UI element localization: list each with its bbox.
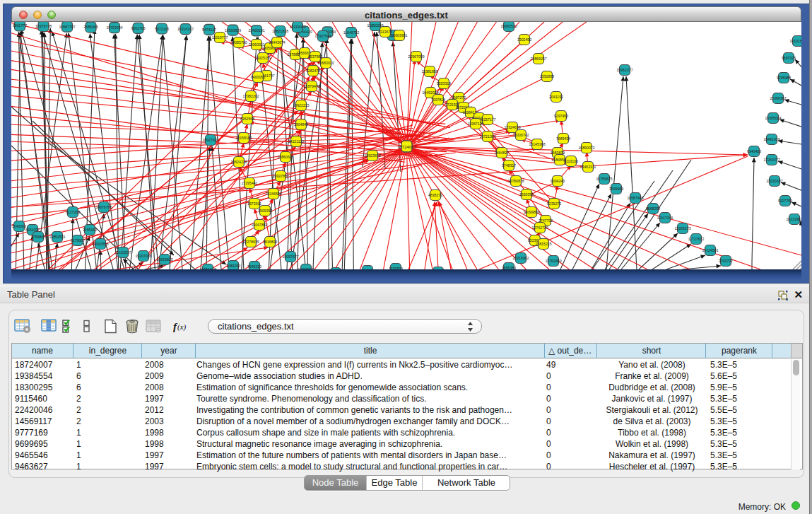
svg-text:8400050: 8400050	[251, 75, 265, 79]
svg-text:15097677: 15097677	[282, 255, 298, 259]
svg-text:10336742: 10336742	[512, 133, 529, 137]
svg-text:11727672: 11727672	[688, 237, 705, 241]
svg-text:22030187: 22030187	[766, 179, 782, 183]
svg-text:9464827: 9464827	[495, 151, 509, 155]
svg-text:13721364: 13721364	[479, 134, 495, 139]
svg-text:19124501: 19124501	[702, 248, 718, 252]
svg-text:13763469: 13763469	[545, 259, 561, 263]
svg-text:15624228: 15624228	[230, 160, 247, 164]
svg-text:18922215: 18922215	[293, 103, 309, 107]
svg-text:5235273: 5235273	[547, 201, 561, 206]
svg-text:14676765: 14676765	[95, 205, 112, 209]
svg-text:16316317: 16316317	[177, 27, 194, 31]
svg-text:3703737: 3703737	[719, 259, 733, 263]
svg-text:22815215: 22815215	[535, 242, 551, 246]
svg-text:14920656: 14920656	[92, 242, 108, 246]
svg-text:1904843: 1904843	[294, 122, 308, 127]
svg-text:3748317: 3748317	[502, 163, 516, 168]
svg-text:15962377: 15962377	[616, 68, 632, 72]
svg-text:21879478: 21879478	[303, 84, 319, 88]
svg-text:11019777: 11019777	[212, 35, 228, 40]
svg-text:6340453: 6340453	[747, 149, 761, 153]
svg-text:11646752: 11646752	[343, 30, 360, 35]
svg-text:10587445: 10587445	[627, 196, 643, 200]
svg-text:9295988: 9295988	[777, 76, 791, 80]
svg-text:1650395: 1650395	[519, 192, 534, 197]
svg-text:19099899: 19099899	[523, 210, 539, 214]
svg-text:6113103: 6113103	[564, 159, 578, 163]
svg-text:16927431: 16927431	[202, 138, 218, 142]
svg-text:3089290: 3089290	[226, 264, 240, 268]
svg-text:6537982: 6537982	[308, 54, 322, 59]
svg-text:22567099: 22567099	[408, 54, 424, 59]
svg-text:18724007: 18724007	[397, 145, 416, 149]
svg-text:14221125: 14221125	[288, 139, 305, 144]
svg-text:19325159: 19325159	[254, 56, 271, 60]
svg-text:1909393: 1909393	[258, 209, 272, 213]
svg-text:16633825: 16633825	[156, 257, 172, 262]
svg-text:22869257: 22869257	[530, 57, 546, 61]
svg-text:4838272: 4838272	[428, 193, 442, 197]
svg-text:10213961: 10213961	[786, 217, 801, 221]
svg-text:18491919: 18491919	[763, 137, 779, 141]
svg-text:7689434: 7689434	[556, 136, 570, 141]
svg-text:17295441: 17295441	[241, 181, 257, 185]
svg-text:15145368: 15145368	[529, 142, 545, 146]
svg-text:16603951: 16603951	[391, 33, 407, 37]
svg-text:19937852: 19937852	[272, 174, 288, 178]
svg-text:6127293: 6127293	[66, 210, 80, 214]
svg-text:12278635: 12278635	[242, 240, 259, 244]
svg-text:16590839: 16590839	[225, 28, 241, 33]
svg-text:10305024: 10305024	[765, 116, 781, 120]
svg-text:20860625: 20860625	[277, 155, 293, 159]
svg-text:9697025: 9697025	[782, 56, 796, 60]
svg-text:3155162: 3155162	[83, 228, 97, 232]
svg-text:12324639: 12324639	[504, 125, 520, 129]
svg-text:16587707: 16587707	[59, 25, 75, 29]
svg-text:10158189: 10158189	[235, 136, 252, 140]
svg-text:9027759: 9027759	[778, 199, 792, 203]
svg-text:5282478: 5282478	[306, 69, 320, 73]
svg-text:23463311: 23463311	[580, 165, 596, 169]
svg-text:2685049: 2685049	[83, 25, 98, 29]
svg-text:23443674: 23443674	[269, 40, 285, 45]
svg-text:17382262: 17382262	[242, 94, 259, 98]
svg-text:8313676: 8313676	[378, 30, 392, 34]
svg-text:8362568: 8362568	[240, 117, 254, 121]
svg-text:16780878: 16780878	[507, 179, 524, 183]
svg-text:3302450: 3302450	[517, 37, 531, 42]
svg-text:12102537: 12102537	[114, 250, 131, 255]
svg-text:3816809: 3816809	[263, 240, 277, 244]
svg-text:1973911: 1973911	[247, 201, 261, 206]
svg-text:15319043: 15319043	[289, 25, 305, 29]
svg-text:5474117: 5474117	[202, 28, 216, 32]
svg-text:16683010: 16683010	[317, 61, 334, 65]
svg-text:11967125: 11967125	[468, 122, 484, 126]
svg-text:2041193: 2041193	[549, 95, 563, 99]
svg-text:20316962: 20316962	[512, 256, 529, 260]
svg-text:17937544: 17937544	[314, 34, 331, 38]
svg-text:9297450: 9297450	[554, 114, 568, 118]
svg-text:7097814: 7097814	[431, 98, 445, 102]
svg-text:18821828: 18821828	[272, 29, 288, 33]
svg-text:14047882: 14047882	[251, 223, 267, 227]
svg-text:6901777: 6901777	[13, 23, 27, 28]
svg-text:15381858: 15381858	[421, 69, 437, 74]
svg-text:17260377: 17260377	[763, 158, 779, 162]
svg-text:2350838: 2350838	[540, 74, 554, 78]
svg-text:5072118: 5072118	[155, 27, 169, 31]
svg-text:9004240: 9004240	[551, 179, 565, 183]
svg-text:19207008: 19207008	[135, 254, 151, 258]
svg-text:15759675: 15759675	[596, 177, 612, 181]
svg-text:16101835: 16101835	[789, 39, 801, 43]
svg-text:23246580: 23246580	[265, 192, 281, 196]
svg-text:19383532: 19383532	[500, 24, 517, 28]
svg-text:12269173: 12269173	[674, 226, 690, 230]
svg-text:13852531: 13852531	[49, 235, 65, 239]
svg-text:8868298: 8868298	[646, 206, 660, 211]
svg-text:5643063: 5643063	[12, 224, 26, 228]
svg-text:22396367: 22396367	[770, 96, 786, 100]
svg-text:16890072: 16890072	[578, 146, 594, 150]
svg-text:8179067: 8179067	[71, 238, 85, 243]
svg-text:8759847: 8759847	[31, 235, 45, 239]
